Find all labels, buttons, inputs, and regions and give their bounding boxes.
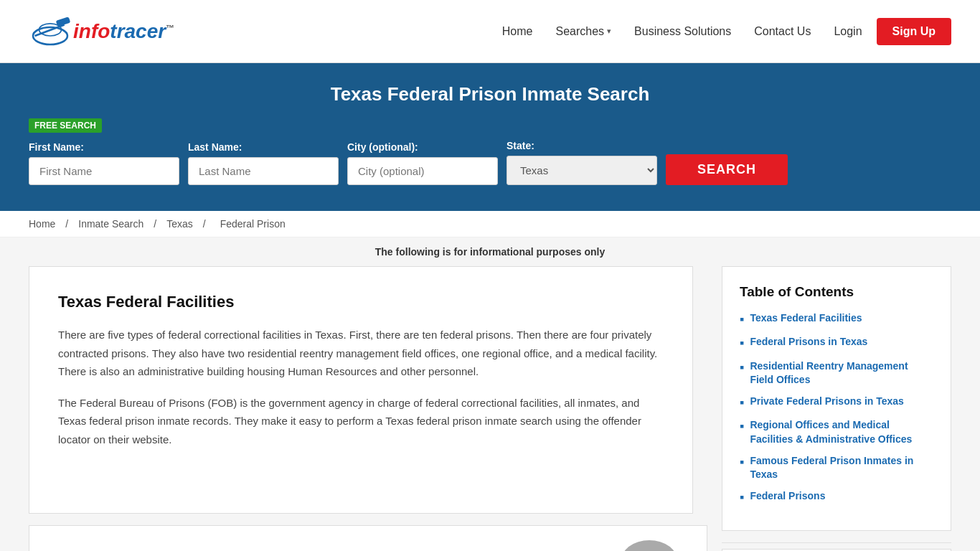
toc-item-4: ▪ Private Federal Prisons in Texas	[740, 395, 933, 411]
section1-paragraph2: The Federal Bureau of Prisons (FOB) is t…	[58, 394, 664, 449]
nav-searches[interactable]: Searches ▾	[547, 19, 620, 44]
logo-text: infotracer™	[73, 20, 174, 43]
signup-button[interactable]: Sign Up	[877, 18, 951, 45]
free-search-badge: FREE SEARCH	[29, 118, 102, 133]
city-group: City (optional):	[347, 141, 498, 185]
toc-bullet-icon: ▪	[740, 335, 744, 352]
toc-link-6[interactable]: Famous Federal Prison Inmates in Texas	[750, 454, 933, 482]
state-select[interactable]: Texas Alabama Alaska Arizona California …	[507, 156, 657, 185]
state-group: State: Texas Alabama Alaska Arizona Cali…	[507, 140, 657, 185]
section1-heading: Texas Federal Facilities	[58, 293, 664, 311]
main-content: Texas Federal Facilities There are five …	[0, 266, 980, 551]
sidebar: Table of Contents ▪ Texas Federal Facili…	[722, 266, 951, 551]
toc-item-1: ▪ Texas Federal Facilities	[740, 311, 933, 328]
breadcrumb: Home / Inmate Search / Texas / Federal P…	[0, 211, 980, 237]
toc-link-7[interactable]: Federal Prisons	[750, 489, 825, 504]
breadcrumb-inmate-search[interactable]: Inmate Search	[78, 218, 143, 230]
first-name-input[interactable]	[29, 157, 179, 185]
breadcrumb-federal-prison: Federal Prison	[220, 218, 286, 230]
toc-list: ▪ Texas Federal Facilities ▪ Federal Pri…	[740, 311, 933, 506]
toc-item-2: ▪ Federal Prisons in Texas	[740, 335, 933, 352]
section-federal-prisons-preview: Federal Prisons in Texas ▲	[29, 525, 707, 551]
breadcrumb-texas[interactable]: Texas	[166, 218, 193, 230]
hero-section: Texas Federal Prison Inmate Search FREE …	[0, 63, 980, 211]
toc-bullet-icon: ▪	[740, 454, 744, 471]
main-nav: Home Searches ▾ Business Solutions Conta…	[494, 18, 951, 45]
scroll-up-preview: ▲	[621, 540, 678, 551]
toc-item-3: ▪ Residential Reentry Management Field O…	[740, 359, 933, 387]
nav-home[interactable]: Home	[494, 19, 542, 44]
last-name-label: Last Name:	[188, 141, 339, 153]
logo[interactable]: infotracer™	[29, 16, 174, 47]
search-form: First Name: Last Name: City (optional): …	[29, 140, 951, 185]
section1-paragraph1: There are five types of federal correcti…	[58, 326, 664, 381]
breadcrumb-home[interactable]: Home	[29, 218, 55, 230]
toc-link-3[interactable]: Residential Reentry Management Field Off…	[750, 359, 933, 387]
toc-bullet-icon: ▪	[740, 311, 744, 328]
sidebar-divider	[722, 542, 951, 543]
toc-bullet-icon: ▪	[740, 359, 744, 376]
toc-heading: Table of Contents	[740, 284, 933, 300]
login-button[interactable]: Login	[825, 19, 870, 44]
logo-icon	[29, 16, 72, 47]
content-column: Texas Federal Facilities There are five …	[29, 266, 707, 551]
section-facilities: Texas Federal Facilities There are five …	[29, 266, 693, 514]
toc-item-7: ▪ Federal Prisons	[740, 489, 933, 506]
toc-link-5[interactable]: Regional Offices and Medical Facilities …	[750, 418, 933, 446]
info-bar: The following is for informational purpo…	[0, 237, 980, 266]
last-name-group: Last Name:	[188, 141, 339, 185]
spacer	[29, 514, 707, 525]
city-label: City (optional):	[347, 141, 498, 153]
chevron-down-icon: ▾	[607, 27, 611, 36]
toc-link-1[interactable]: Texas Federal Facilities	[750, 311, 862, 326]
toc-link-2[interactable]: Federal Prisons in Texas	[750, 335, 867, 349]
toc-bullet-icon: ▪	[740, 395, 744, 411]
toc-link-4[interactable]: Private Federal Prisons in Texas	[750, 395, 904, 409]
hero-title: Texas Federal Prison Inmate Search	[29, 83, 951, 105]
header: infotracer™ Home Searches ▾ Business Sol…	[0, 0, 980, 63]
first-name-group: First Name:	[29, 141, 179, 185]
toc-item-6: ▪ Famous Federal Prison Inmates in Texas	[740, 454, 933, 482]
nav-contact[interactable]: Contact Us	[745, 19, 819, 44]
toc-box: Table of Contents ▪ Texas Federal Facili…	[722, 266, 951, 531]
toc-bullet-icon: ▪	[740, 418, 744, 435]
first-name-label: First Name:	[29, 141, 179, 153]
nav-business[interactable]: Business Solutions	[626, 19, 740, 44]
last-name-input[interactable]	[188, 157, 339, 185]
toc-item-5: ▪ Regional Offices and Medical Facilitie…	[740, 418, 933, 446]
city-input[interactable]	[347, 157, 498, 185]
state-label: State:	[507, 140, 657, 151]
toc-bullet-icon: ▪	[740, 489, 744, 506]
search-button[interactable]: SEARCH	[666, 154, 788, 185]
